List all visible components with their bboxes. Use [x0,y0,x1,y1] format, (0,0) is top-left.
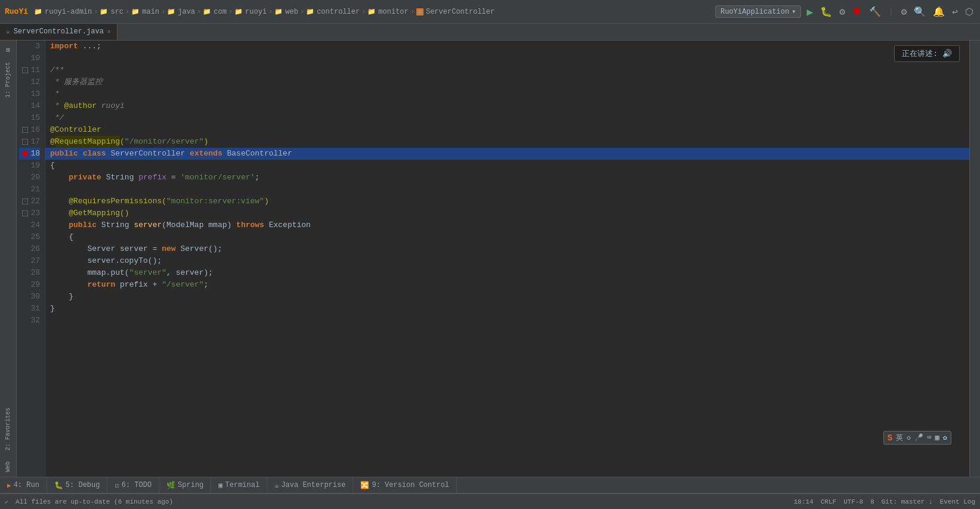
bc-src[interactable]: src [110,8,123,16]
status-line-sep[interactable]: CRLF [821,498,836,505]
status-right: 18:14 CRLF UTF-8 8 Git: master ↓ Event L… [794,498,975,505]
debug-tab-label: 5: Debug [66,481,100,489]
bc-monitor[interactable]: monitor [378,8,408,16]
ime-grid-icon[interactable]: ▦ [935,433,939,442]
code-line-27: server.copyTo(); [45,255,969,267]
ime-diamond[interactable]: ◇ [907,433,911,442]
code-line-16: @Controller [45,124,969,136]
code-line-12: * 服务器监控 [45,76,969,88]
gutter-15: 15 [19,112,40,124]
gutter-22: −22 [19,195,40,207]
debug-button[interactable]: 🐛 [818,5,834,19]
bottom-tab-terminal[interactable]: ▣ Terminal [211,477,267,493]
ime-brand[interactable]: S [888,433,892,443]
main-toolbar: RuoYi 📁 ruoyi-admin › 📁 src › 📁 main › 📁… [0,0,980,24]
status-position[interactable]: 18:14 [794,498,814,505]
bc-com[interactable]: com [214,8,227,16]
code-container[interactable]: 3 10 −11 12 13 14 15 −16 −17 18 19 [17,41,969,477]
bc-controller[interactable]: controller [317,8,360,16]
code-line-28: mmap.put("server", server); [45,267,969,279]
gutter-17: −17 [19,136,40,148]
code-line-30: } [45,291,969,303]
tooltip-icon: 🔊 [942,49,952,58]
bottom-tab-run[interactable]: ▶ 4: Run [0,477,47,493]
fold-16[interactable]: − [22,127,28,133]
code-line-10 [45,52,969,64]
gutter-27: 27 [19,255,40,267]
left-sidebar: ⊞ 1: Project 2: Favorites Web [0,41,17,477]
ime-keyboard-icon[interactable]: ⌨ [927,433,931,442]
gutter-32: 32 [19,315,40,327]
code-line-22: @RequiresPermissions("monitor:server:vie… [45,195,969,207]
spring-tab-icon: 🌿 [166,481,175,490]
run-config-dropdown-icon[interactable]: ▾ [792,7,796,16]
bc-ruoyi[interactable]: ruoyi [245,8,267,16]
tab-server-controller[interactable]: ☕ ServerController.java ✕ [0,24,118,40]
bottom-tab-debug[interactable]: 🐛 5: Debug [47,477,108,493]
bc-web[interactable]: web [285,8,298,16]
gutter-21: 21 [19,184,40,195]
gutter-24: 24 [19,219,40,231]
folder-icon-5: 📁 [203,8,211,15]
status-git[interactable]: Git: master ↓ [882,498,933,505]
breakpoint-18[interactable] [22,151,28,157]
ime-mode[interactable]: 英 [896,433,903,443]
bottom-tab-todo[interactable]: ☑ 6: TODO [107,477,159,493]
gutter-20: 20 [19,172,40,184]
floating-tooltip: 正在讲述: 🔊 [894,45,960,62]
search-everywhere-button[interactable]: 🔍 [912,5,928,19]
folder-icon-4: 📁 [167,8,175,15]
notifications-button[interactable]: 🔔 [931,5,947,19]
gutter-13: 13 [19,88,40,100]
bc-java[interactable]: java [178,8,195,16]
bottom-tab-version-control[interactable]: 🔀 9: Version Control [353,477,457,493]
folder-icon-7: 📁 [274,8,283,15]
undo-button[interactable]: ↩ [950,5,960,19]
fold-23[interactable]: − [22,210,28,216]
java-enterprise-tab-icon: ☕ [274,481,279,490]
gutter-14: 14 [19,100,40,112]
debug-tab-icon: 🐛 [54,481,63,490]
code-line-17: @RequestMapping("/monitor/server") [45,136,969,148]
todo-tab-icon: ☑ [115,481,119,490]
code-line-25: { [45,231,969,243]
bc-ruoyi-admin[interactable]: ruoyi-admin [45,8,92,16]
run-button[interactable]: ▶ [805,4,815,20]
gutter-26: 26 [19,243,40,255]
expand-button[interactable]: ⬡ [963,5,975,19]
sidebar-label-project[interactable]: 1: Project [5,62,11,98]
version-control-tab-label: 9: Version Control [372,481,449,489]
bottom-tab-spring[interactable]: 🌿 Spring [159,477,211,493]
folder-icon-9: 📁 [367,8,376,15]
bc-main[interactable]: main [142,8,159,16]
tab-close-button[interactable]: ✕ [107,28,111,35]
settings-button[interactable]: ⚙ [899,5,909,19]
run-with-coverage-button[interactable]: ⚙ [837,5,847,19]
code-line-3: import ...; [45,41,969,52]
code-editor[interactable]: import ...; /** * 服务器监控 * * @author ruoy… [45,41,969,477]
fold-11[interactable]: − [22,67,28,73]
folder-icon-3: 📁 [131,8,140,15]
fold-17[interactable]: − [22,139,28,145]
run-config-selector[interactable]: RuoYiApplication ▾ [715,5,801,18]
status-encoding[interactable]: UTF-8 [843,498,863,505]
sidebar-label-favorites[interactable]: 2: Favorites [5,408,11,451]
bc-server-controller[interactable]: ServerController [426,8,494,16]
gutter-16: −16 [19,124,40,136]
bottom-tab-java-enterprise[interactable]: ☕ Java Enterprise [267,477,353,493]
fold-22[interactable]: − [22,198,28,204]
editor-area[interactable]: 正在讲述: 🔊 3 10 −11 12 13 14 15 −16 −17 [17,41,969,477]
sidebar-label-web[interactable]: Web [5,461,11,472]
ime-mic-icon[interactable]: 🎤 [914,433,923,442]
code-line-23: @GetMapping() [45,207,969,219]
sidebar-icon-1[interactable]: ⊞ [1,43,16,56]
run-config-label: RuoYiApplication [721,8,789,16]
version-control-tab-icon: 🔀 [360,481,369,490]
java-enterprise-tab-label: Java Enterprise [281,481,345,489]
stop-button[interactable]: ⏹ [851,5,864,18]
status-event-log[interactable]: Event Log [940,498,975,505]
tab-label: ServerController.java [14,27,104,36]
status-message: All files are up-to-date (6 minutes ago) [16,498,173,505]
build-button[interactable]: 🔨 [867,5,883,19]
ime-flower-icon[interactable]: ✿ [943,433,947,442]
